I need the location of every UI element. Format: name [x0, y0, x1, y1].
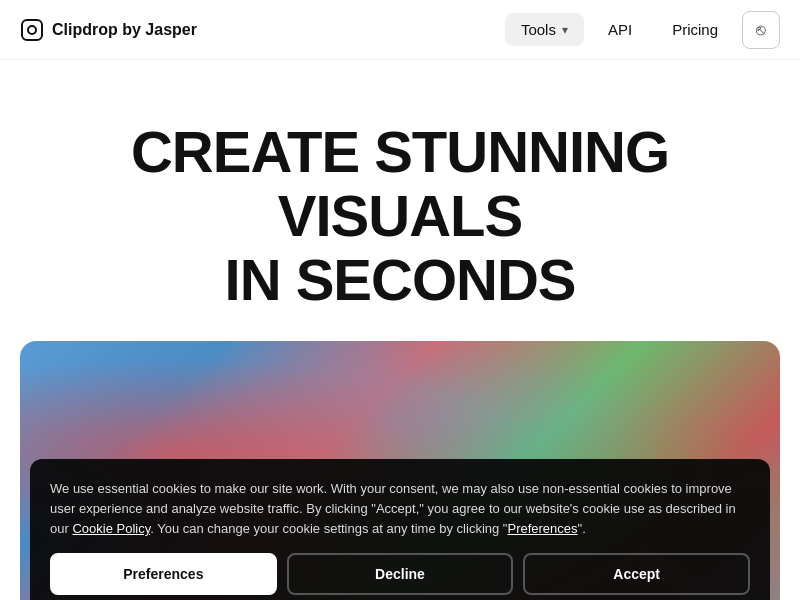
- tools-button[interactable]: Tools ▾: [505, 13, 584, 46]
- login-icon: ⎋: [756, 21, 766, 39]
- tools-label: Tools: [521, 21, 556, 38]
- cookie-buttons: Preferences Decline Accept: [50, 553, 750, 595]
- logo-text: Clipdrop by Jasper: [52, 21, 197, 39]
- preferences-button[interactable]: Preferences: [50, 553, 277, 595]
- clipdrop-logo-icon: [20, 18, 44, 42]
- api-link[interactable]: API: [592, 13, 648, 46]
- cookie-body-text3: ".: [578, 521, 586, 536]
- cookie-body-text2: . You can change your cookie settings at…: [150, 521, 507, 536]
- svg-rect-0: [22, 20, 42, 40]
- pricing-link[interactable]: Pricing: [656, 13, 734, 46]
- hero-title-line2: IN SECONDS: [225, 247, 576, 312]
- svg-point-1: [28, 26, 36, 34]
- decline-button[interactable]: Decline: [287, 553, 514, 595]
- cookie-banner: We use essential cookies to make our sit…: [30, 459, 770, 600]
- login-button[interactable]: ⎋: [742, 11, 780, 49]
- logo: Clipdrop by Jasper: [20, 18, 197, 42]
- nav-links: Tools ▾ API Pricing ⎋: [505, 11, 780, 49]
- navbar: Clipdrop by Jasper Tools ▾ API Pricing ⎋: [0, 0, 800, 60]
- hero-title-line1: CREATE STUNNING VISUALS: [131, 119, 669, 248]
- preferences-inline-link[interactable]: Preferences: [507, 521, 577, 536]
- accept-button[interactable]: Accept: [523, 553, 750, 595]
- hero-section: CREATE STUNNING VISUALS IN SECONDS: [0, 60, 800, 341]
- hero-title: CREATE STUNNING VISUALS IN SECONDS: [20, 120, 780, 311]
- chevron-down-icon: ▾: [562, 23, 568, 37]
- cookie-text: We use essential cookies to make our sit…: [50, 479, 750, 539]
- cookie-policy-link[interactable]: Cookie Policy: [72, 521, 150, 536]
- hero-image: We use essential cookies to make our sit…: [20, 341, 780, 600]
